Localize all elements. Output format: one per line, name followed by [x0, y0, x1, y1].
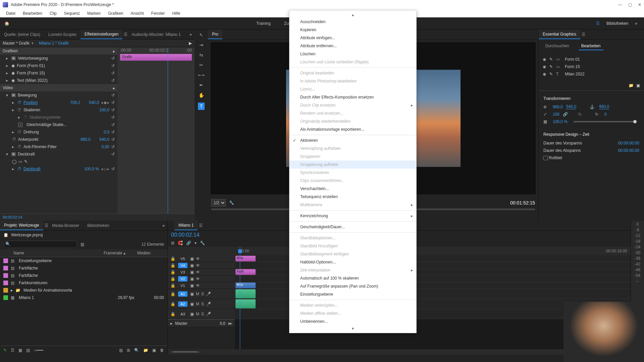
- stopwatch-icon[interactable]: ⏱: [17, 108, 21, 112]
- anker-x[interactable]: 960,0: [74, 137, 91, 142]
- stopwatch-icon[interactable]: ⏱: [12, 137, 16, 142]
- param-skalieren[interactable]: Skalieren: [23, 108, 91, 112]
- section-grafiken[interactable]: Grafiken: [3, 49, 111, 53]
- ripple-edit-tool-icon[interactable]: ⇆: [199, 52, 203, 58]
- tab-menu-icon[interactable]: ☰: [199, 223, 203, 228]
- tab-overflow-icon[interactable]: »: [187, 32, 195, 37]
- param-text-milan[interactable]: Text (Milan 2022): [17, 78, 109, 83]
- eye-icon[interactable]: ◉: [11, 71, 15, 75]
- tab-bibliotheken[interactable]: Bibliotheken: [83, 221, 113, 230]
- toggle-sync-icon[interactable]: ▣: [190, 292, 194, 296]
- eye-icon[interactable]: ◉: [543, 72, 546, 76]
- checkbox-gleichmassig[interactable]: [18, 123, 22, 127]
- effect-timeline-area[interactable]: :00:00 00:00:02:0 :00 Grafik: [117, 47, 195, 214]
- param-deckkraft-value[interactable]: Deckkraft: [23, 167, 80, 171]
- stopwatch-icon[interactable]: ⏱: [17, 167, 21, 171]
- expand-icon[interactable]: ▸: [170, 321, 172, 326]
- stopwatch-icon[interactable]: ⏱: [17, 100, 21, 105]
- toggle-sync-icon[interactable]: ▣: [190, 256, 194, 261]
- menu-item[interactable]: Attribute entfernen...: [289, 42, 416, 50]
- project-item[interactable]: ▤Einstellungsebene: [0, 257, 167, 264]
- checkbox-rolltitel[interactable]: [543, 156, 548, 160]
- reset-icon[interactable]: ↺: [111, 56, 115, 61]
- eg-layer[interactable]: ◉✎TMilan 2022: [543, 70, 640, 78]
- toggle-sync-icon[interactable]: ▣: [190, 263, 194, 268]
- twirl-icon[interactable]: ▾: [6, 152, 9, 157]
- workspace-overflow-icon[interactable]: »: [635, 21, 637, 26]
- menu-datei[interactable]: Datei: [3, 10, 19, 16]
- clip-farb[interactable]: Farb: [235, 269, 256, 275]
- fx-badge[interactable]: fx: [11, 152, 16, 156]
- eye-icon[interactable]: ◉: [543, 64, 546, 69]
- playhead[interactable]: [168, 47, 168, 214]
- reset-icon[interactable]: ↺: [111, 108, 115, 112]
- twirl-icon[interactable]: ▸: [6, 78, 9, 83]
- new-layer-icon[interactable]: ▣: [636, 83, 640, 88]
- track-header-v4[interactable]: 🔒V4▣👁: [168, 262, 235, 269]
- twirl-icon[interactable]: ▸: [12, 108, 15, 112]
- lock-icon[interactable]: 🔒: [170, 270, 175, 275]
- eye-icon[interactable]: ◉: [11, 63, 15, 68]
- tab-quelle[interactable]: Quelle: (keine Clips): [0, 30, 44, 39]
- position-y[interactable]: 540,0: [82, 100, 99, 105]
- slip-tool-icon[interactable]: ⟷: [198, 72, 205, 78]
- menu-clip[interactable]: Clip: [46, 10, 60, 16]
- label-chip[interactable]: [3, 258, 8, 263]
- item-name[interactable]: Medien für Animationsvorla: [23, 288, 164, 293]
- track-header-master[interactable]: ▸Master0,0⏭: [168, 319, 235, 327]
- tab-mixer[interactable]: Audioclip-Mischer: Milano 1: [127, 30, 185, 39]
- selection-tool-icon[interactable]: ↖: [199, 32, 203, 38]
- param-position[interactable]: Position: [23, 100, 61, 105]
- item-name[interactable]: Farbkorrekturen: [19, 281, 164, 285]
- lock-icon[interactable]: 🔒: [170, 292, 175, 296]
- menu-hilfe[interactable]: Hilfe: [169, 10, 184, 16]
- label-chip[interactable]: [3, 273, 8, 278]
- tab-essential-graphics[interactable]: Essential Graphics: [539, 30, 580, 39]
- item-name[interactable]: Milano 1: [19, 295, 115, 300]
- menu-item[interactable]: Durch After Effects-Komposition ersetzen: [289, 93, 416, 101]
- collapse-icon[interactable]: ▴: [113, 85, 115, 90]
- project-item[interactable]: ▸📁Medien für Animationsvorla: [0, 287, 167, 294]
- twirl-icon[interactable]: ▸: [6, 63, 9, 68]
- reset-icon[interactable]: ↺: [111, 63, 115, 68]
- tab-sequence[interactable]: Milano 1: [174, 221, 198, 230]
- lock-icon[interactable]: 🔒: [170, 277, 175, 281]
- menu-item[interactable]: Löschen: [289, 50, 416, 58]
- clip-audio[interactable]: [235, 299, 256, 308]
- fx-badge[interactable]: fx: [11, 93, 16, 97]
- wrench-icon[interactable]: 🔧: [229, 200, 234, 205]
- twirl-icon[interactable]: ▸: [6, 71, 9, 75]
- new-item-icon[interactable]: ✎: [3, 348, 7, 353]
- project-search-input[interactable]: [3, 241, 77, 248]
- linked-sel-icon[interactable]: 🔗: [186, 241, 191, 245]
- menu-grafiken[interactable]: Grafiken: [105, 10, 126, 16]
- layer-name[interactable]: Form 15: [565, 64, 580, 69]
- track-name[interactable]: A1: [178, 291, 187, 297]
- skip-icon[interactable]: ⏭: [228, 321, 232, 326]
- param-form01[interactable]: Form (Form 01): [17, 63, 109, 68]
- stopwatch-icon[interactable]: ⏱: [17, 130, 21, 134]
- list-view-icon[interactable]: ☰: [11, 348, 14, 353]
- drehung-value[interactable]: 0,0: [93, 130, 109, 134]
- reset-icon[interactable]: ↺: [111, 115, 115, 120]
- param-antiflimmer[interactable]: Anti-Flimmer-Filter: [23, 144, 91, 149]
- reset-icon[interactable]: ↺: [111, 152, 115, 157]
- twirl-icon[interactable]: ▸: [12, 130, 15, 134]
- mask-rect-icon[interactable]: ▭: [18, 159, 22, 164]
- lock-icon[interactable]: ✎: [549, 72, 553, 76]
- scroll-down-icon[interactable]: ▾: [289, 325, 416, 331]
- hand-tool-icon[interactable]: ✋: [199, 93, 204, 98]
- scroll-up-icon[interactable]: ▴: [289, 12, 416, 18]
- track-name[interactable]: A2: [178, 301, 187, 307]
- tr-pos-y[interactable]: 540,0: [566, 104, 576, 109]
- twirl-icon[interactable]: ▸: [12, 100, 15, 105]
- menu-sequenz[interactable]: Sequenz: [61, 10, 83, 16]
- track-header-v2[interactable]: 🔒V2▣👁: [168, 276, 235, 282]
- lock-icon[interactable]: 🔒: [170, 302, 175, 306]
- section-video[interactable]: Video: [3, 85, 111, 90]
- snap-icon[interactable]: 🧲: [178, 241, 183, 245]
- menu-item[interactable]: Automatisch auf 100 % skalieren: [289, 274, 416, 282]
- clip-graphic[interactable]: Mila: [235, 256, 256, 261]
- sort-icon[interactable]: ▥: [119, 348, 123, 353]
- effect-clip-grafik[interactable]: Grafik: [120, 54, 192, 61]
